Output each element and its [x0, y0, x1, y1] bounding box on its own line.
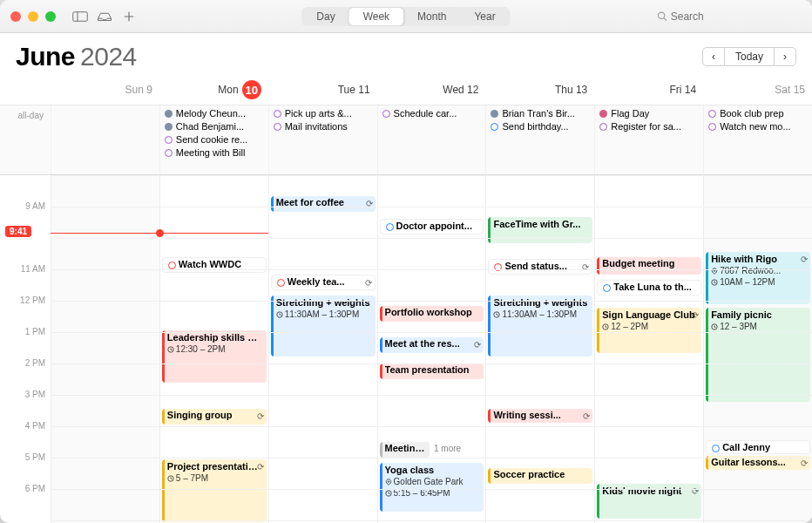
- event[interactable]: Hike with Rigo 7867 Redwoo... 10AM – 12P…: [706, 252, 810, 304]
- col-mon[interactable]: Watch WWDCLeadership skills meeting 12:3…: [159, 175, 268, 523]
- month-header: June2024 ‹ Today ›: [0, 33, 812, 77]
- calendar-window: Day Week Month Year June2024 ‹ Today › S…: [0, 0, 812, 523]
- allday-col-thu[interactable]: Brian Tran's Bir...Send birthday...: [485, 105, 594, 174]
- allday-event[interactable]: Schedule car...: [381, 107, 484, 119]
- allday-event[interactable]: Chad Benjami...: [163, 120, 266, 132]
- day-header-fri[interactable]: Fri 14: [594, 77, 703, 105]
- event[interactable]: Meeting...: [380, 442, 430, 458]
- allday-event[interactable]: Melody Cheun...: [163, 107, 266, 119]
- event[interactable]: Project presentations 5 – 7PM⟳: [162, 459, 267, 522]
- allday-event[interactable]: Send cookie re...: [163, 133, 266, 146]
- col-sat[interactable]: Hike with Rigo 7867 Redwoo... 10AM – 12P…: [703, 175, 812, 523]
- zoom-button[interactable]: [45, 11, 56, 22]
- event[interactable]: Team presentation: [380, 363, 484, 379]
- event[interactable]: Watch WWDC: [162, 257, 267, 273]
- allday-label: all-day: [0, 105, 51, 174]
- inbox-icon[interactable]: [96, 10, 113, 24]
- allday-event[interactable]: Register for sa...: [598, 120, 700, 132]
- svg-line-5: [664, 18, 667, 21]
- window-controls: [10, 11, 56, 22]
- allday-event[interactable]: Watch new mo...: [707, 120, 809, 132]
- search-input[interactable]: [671, 10, 798, 23]
- day-header-mon[interactable]: Mon10: [159, 77, 268, 105]
- svg-rect-0: [73, 11, 88, 21]
- allday-row: all-day Melody Cheun...Chad Benjami...Se…: [0, 105, 812, 175]
- allday-col-tue[interactable]: Pick up arts &...Mail invitations: [268, 105, 377, 174]
- col-sun[interactable]: [51, 175, 159, 523]
- event[interactable]: Send status...⟳: [488, 259, 592, 275]
- calendars-toggle-icon[interactable]: [71, 10, 89, 24]
- day-header-sat[interactable]: Sat 15: [703, 77, 812, 105]
- day-headers: Sun 9 Mon10 Tue 11 Wed 12 Thu 13 Fri 14 …: [0, 77, 812, 105]
- event[interactable]: Stretching + weights 11:30AM – 1:30PM: [488, 295, 592, 357]
- today-button[interactable]: Today: [725, 47, 774, 66]
- allday-event[interactable]: Flag Day: [598, 107, 700, 119]
- allday-event[interactable]: Send birthday...: [489, 120, 592, 132]
- time-grid[interactable]: 9 AM11 AM12 PM1 PM2 PM3 PM4 PM5 PM6 PM W…: [0, 175, 812, 523]
- minimize-button[interactable]: [28, 11, 38, 22]
- search-field[interactable]: [653, 7, 802, 26]
- event[interactable]: Yoga class Golden Gate Park 5:15 – 6:45P…: [380, 463, 484, 512]
- day-header-sun[interactable]: Sun 9: [51, 77, 159, 105]
- event[interactable]: Doctor appoint...: [380, 219, 484, 234]
- col-wed[interactable]: Doctor appoint...Portfolio workshopMeet …: [377, 175, 486, 523]
- view-month[interactable]: Month: [403, 8, 460, 25]
- allday-col-sun[interactable]: [51, 105, 159, 174]
- col-tue[interactable]: Meet for coffee⟳Weekly tea...⟳Stretching…: [268, 175, 377, 523]
- now-time-label: 9:41: [5, 226, 31, 237]
- event[interactable]: Weekly tea...⟳: [271, 275, 376, 290]
- event[interactable]: FaceTime with Gr...: [488, 217, 592, 243]
- event[interactable]: Family picnic 12 – 3PM: [706, 308, 810, 402]
- event[interactable]: Meet for coffee⟳: [271, 196, 376, 212]
- svg-point-4: [658, 12, 664, 18]
- allday-event[interactable]: Pick up arts &...: [272, 107, 375, 119]
- prev-week-button[interactable]: ‹: [702, 47, 725, 66]
- month-label: June2024: [16, 42, 137, 71]
- allday-col-sat[interactable]: Book club prepWatch new mo...: [703, 105, 812, 174]
- allday-event[interactable]: Mail invitations: [272, 120, 375, 132]
- event[interactable]: Budget meeting: [597, 257, 701, 275]
- more-events-label[interactable]: 1 more: [434, 444, 461, 453]
- day-header-tue[interactable]: Tue 11: [268, 77, 377, 105]
- view-day[interactable]: Day: [302, 8, 348, 25]
- event[interactable]: Leadership skills meeting 12:30 – 2PM: [162, 330, 267, 383]
- day-header-thu[interactable]: Thu 13: [485, 77, 594, 105]
- event[interactable]: Singing group⟳: [162, 409, 267, 425]
- allday-event[interactable]: Brian Tran's Bir...: [489, 107, 592, 119]
- allday-event[interactable]: Meeting with Bill: [163, 146, 266, 159]
- svg-point-9: [388, 480, 389, 482]
- event[interactable]: Call Jenny: [706, 440, 810, 454]
- col-fri[interactable]: Budget meetingTake Luna to th...Sign Lan…: [594, 175, 703, 523]
- allday-col-wed[interactable]: Schedule car...: [377, 105, 486, 174]
- next-week-button[interactable]: ›: [774, 47, 796, 66]
- event[interactable]: Meet at the res...⟳: [380, 337, 484, 353]
- event[interactable]: Stretching + weights 11:30AM – 1:30PM: [271, 295, 376, 357]
- event[interactable]: Soccer practice: [488, 468, 592, 484]
- allday-col-mon[interactable]: Melody Cheun...Chad Benjami...Send cooki…: [159, 105, 268, 174]
- search-icon: [657, 10, 667, 22]
- event[interactable]: Portfolio workshop: [380, 306, 484, 322]
- view-year[interactable]: Year: [460, 8, 509, 25]
- nav-controls: ‹ Today ›: [702, 47, 796, 66]
- allday-col-fri[interactable]: Flag DayRegister for sa...: [594, 105, 703, 174]
- event[interactable]: Writing sessi...⟳: [488, 409, 592, 423]
- event[interactable]: Sign Language Club 12 – 2PM⟳: [597, 308, 701, 353]
- close-button[interactable]: [10, 11, 21, 22]
- col-thu[interactable]: FaceTime with Gr...Send status...⟳Stretc…: [485, 175, 594, 523]
- view-switcher: Day Week Month Year: [301, 7, 510, 26]
- allday-event[interactable]: Book club prep: [707, 107, 809, 119]
- event[interactable]: Take Luna to th...: [597, 280, 701, 295]
- titlebar: Day Week Month Year: [0, 0, 812, 33]
- add-event-icon[interactable]: [120, 10, 138, 24]
- view-week[interactable]: Week: [349, 8, 403, 25]
- day-header-wed[interactable]: Wed 12: [377, 77, 486, 105]
